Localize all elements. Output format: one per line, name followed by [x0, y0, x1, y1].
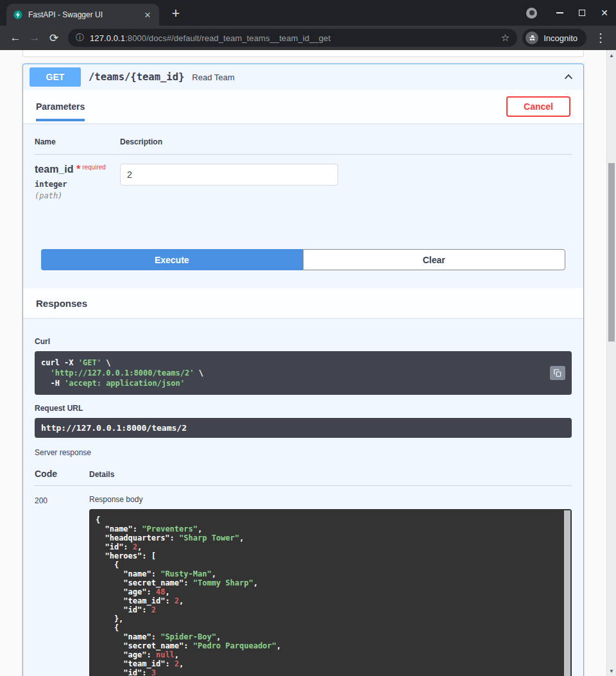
responses-section: Curl curl -X 'GET' \ 'http://127.0.0.1:8… — [23, 318, 583, 676]
curl-code: curl -X 'GET' \ 'http://127.0.0.1:8000/t… — [35, 351, 572, 395]
details-header: Details — [89, 470, 114, 479]
menu-icon[interactable]: ⋮ — [592, 29, 610, 47]
page-scrollbar-thumb[interactable] — [608, 163, 615, 342]
minimize-button[interactable] — [556, 12, 563, 13]
param-name: team_id *required — [35, 164, 120, 175]
incognito-badge: Incognito — [522, 29, 586, 47]
url-path: :8000/docs#/default/read_team_teams__tea… — [125, 33, 330, 43]
response-body-code: { "name": "Preventers", "headquarters": … — [89, 509, 572, 676]
maximize-button[interactable] — [579, 10, 585, 16]
parameter-row: team_id *required integer (path) — [35, 155, 572, 249]
page-scrollbar[interactable]: ▲ ▼ — [606, 50, 616, 676]
param-location: (path) — [35, 191, 120, 200]
profile-icon[interactable] — [526, 8, 537, 19]
response-json-text: { "name": "Preventers", "headquarters": … — [96, 516, 556, 676]
tab-title: FastAPI - Swagger UI — [28, 10, 137, 19]
new-tab-button[interactable]: + — [167, 5, 185, 23]
tab-strip: FastAPI - Swagger UI ✕ + ✕ — [0, 0, 616, 26]
required-asterisk: * — [76, 164, 80, 175]
response-scrollbar[interactable] — [564, 510, 570, 676]
tab-close-icon[interactable]: ✕ — [142, 10, 153, 20]
browser-toolbar: ← → ⟳ ⓘ 127.0.0.1:8000/docs#/default/rea… — [0, 26, 616, 50]
scroll-down-icon[interactable]: ▼ — [607, 666, 616, 675]
previous-section-edge — [22, 50, 584, 57]
reload-button[interactable]: ⟳ — [45, 29, 63, 47]
copy-button[interactable] — [550, 366, 565, 380]
required-label: required — [82, 164, 106, 171]
responses-header: Responses — [23, 288, 583, 318]
incognito-icon — [526, 31, 538, 44]
curl-label: Curl — [35, 337, 572, 346]
method-badge: GET — [30, 67, 81, 87]
fastapi-favicon-icon — [13, 10, 23, 20]
parameters-header: Parameters Cancel — [23, 90, 583, 123]
opblock-header[interactable]: GET /teams/{team_id} Read Team — [23, 64, 583, 90]
request-url-label: Request URL — [35, 404, 572, 413]
code-header: Code — [35, 469, 89, 479]
endpoint-summary: Read Team — [192, 73, 234, 82]
url-host: 127.0.0.1 — [90, 33, 125, 43]
response-row: 200 Response body { "name": "Preventers"… — [35, 486, 572, 676]
param-type: integer — [35, 180, 120, 189]
incognito-label: Incognito — [543, 33, 578, 43]
window-controls: ✕ — [526, 0, 608, 26]
server-response-label: Server response — [35, 448, 572, 457]
column-description-header: Description — [120, 137, 162, 146]
opblock-get: GET /teams/{team_id} Read Team Parameter… — [22, 64, 584, 676]
url-text: 127.0.0.1:8000/docs#/default/read_team_t… — [90, 33, 495, 43]
team-id-input[interactable] — [120, 164, 338, 186]
execute-row: Execute Clear — [41, 249, 565, 270]
url-bar[interactable]: ⓘ 127.0.0.1:8000/docs#/default/read_team… — [68, 29, 517, 47]
chevron-up-icon[interactable] — [563, 71, 574, 83]
browser-window: FastAPI - Swagger UI ✕ + ✕ ← → ⟳ ⓘ 127.0… — [0, 0, 616, 50]
site-info-icon[interactable]: ⓘ — [76, 32, 84, 44]
tab-parameters[interactable]: Parameters — [36, 101, 85, 112]
column-name-header: Name — [35, 137, 120, 146]
window-close-button[interactable]: ✕ — [601, 8, 608, 18]
response-body-label: Response body — [89, 495, 572, 504]
back-button[interactable]: ← — [6, 29, 24, 47]
curl-code-text: curl -X 'GET' \ 'http://127.0.0.1:8000/t… — [41, 358, 565, 388]
cancel-button[interactable]: Cancel — [506, 96, 570, 117]
scroll-up-icon[interactable]: ▲ — [607, 51, 616, 60]
execute-button[interactable]: Execute — [41, 249, 303, 270]
status-code: 200 — [35, 495, 89, 676]
bookmark-star-icon[interactable]: ☆ — [501, 32, 509, 44]
endpoint-path: /teams/{team_id} — [89, 71, 184, 83]
page: GET /teams/{team_id} Read Team Parameter… — [0, 50, 616, 676]
parameters-table: Name Description team_id *required integ… — [23, 123, 583, 249]
clear-button[interactable]: Clear — [303, 249, 566, 270]
responses-title: Responses — [36, 298, 87, 309]
forward-button[interactable]: → — [26, 29, 44, 47]
request-url-value: http://127.0.0.1:8000/teams/2 — [35, 418, 572, 438]
response-scrollbar-thumb[interactable] — [564, 510, 570, 676]
browser-tab[interactable]: FastAPI - Swagger UI ✕ — [6, 4, 159, 26]
